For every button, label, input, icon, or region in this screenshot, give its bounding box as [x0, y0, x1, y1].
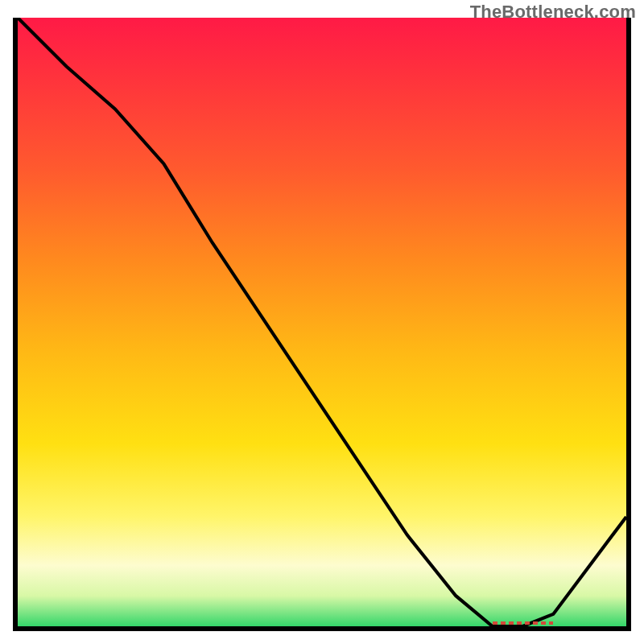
chart-frame: TheBottleneck.com — [0, 0, 644, 644]
optimal-range-marker — [493, 621, 554, 625]
plot-area — [13, 18, 631, 631]
bottleneck-curve — [18, 18, 626, 626]
